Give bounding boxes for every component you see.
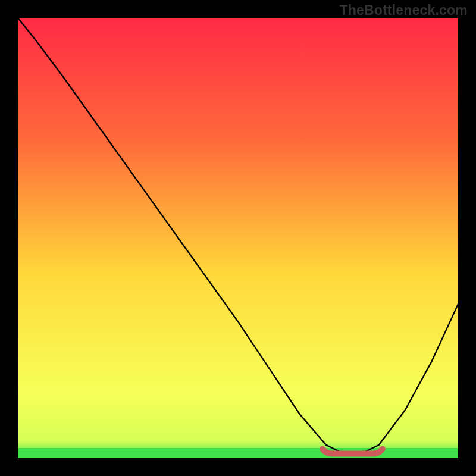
bottom-green-band: [18, 448, 458, 458]
chart-svg: [18, 18, 458, 458]
chart-frame: TheBottleneck.com: [0, 0, 476, 476]
plot-area: [18, 18, 458, 458]
watermark-text: TheBottleneck.com: [339, 2, 468, 18]
gradient-background: [18, 18, 458, 458]
